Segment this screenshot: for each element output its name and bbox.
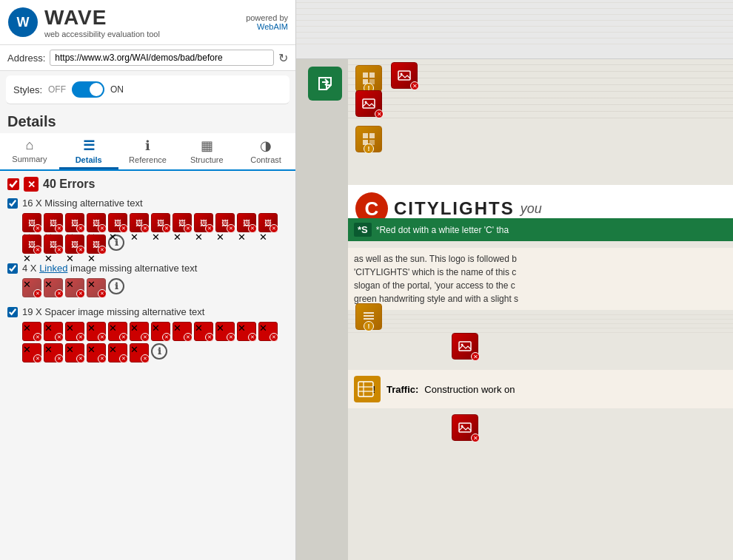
very-bottom-close-dot: ✕ — [471, 434, 480, 442]
spacer-missing-alt-icon[interactable]: ✕ — [151, 322, 170, 341]
toggle-on-label: ON — [110, 84, 124, 95]
spacer-missing-alt-icon[interactable]: ✕ — [194, 322, 213, 341]
missing-alt-icon[interactable]: 🖼✕ — [173, 213, 192, 232]
citylights-name: CITYLIGHTS — [394, 198, 515, 219]
tab-contrast[interactable]: ◑ Contrast — [236, 133, 295, 169]
list-warn-dot: ! — [364, 321, 374, 331]
spacer-missing-alt-icon[interactable]: ✕ — [44, 343, 63, 362]
list-warning-icon[interactable]: ! — [355, 303, 382, 330]
traffic-icon-box: ! — [354, 376, 381, 402]
spacer-missing-alt-info-icon[interactable]: ℹ — [151, 343, 167, 360]
missing-alt-icon[interactable]: 🖼✕ — [65, 235, 84, 254]
missing-alt-icon[interactable]: 🖼✕ — [44, 213, 63, 232]
errors-checkbox[interactable] — [7, 178, 19, 190]
traffic-text: Construction work on — [424, 384, 515, 395]
spacer-missing-alt-icon[interactable]: ✕ — [108, 322, 127, 341]
spacer-missing-alt-icon[interactable]: ✕ — [215, 322, 235, 341]
bottom-red-error-icon: ✕ — [452, 333, 478, 360]
linked-missing-alt-icon[interactable]: ✕ — [44, 278, 63, 297]
linked-missing-alt-section: 4 X Linked image missing alternative tex… — [7, 263, 288, 297]
spacer-missing-alt-checkbox[interactable] — [7, 307, 18, 317]
spacer-missing-alt-icon[interactable]: ✕ — [130, 322, 149, 341]
green-tooltip: *S *Red dot with a white letter 'C' tha — [348, 218, 733, 241]
webaim-link[interactable]: WebAIM — [257, 22, 288, 31]
svg-rect-15 — [364, 315, 374, 317]
spacer-missing-alt-icon[interactable]: ✕ — [258, 322, 278, 341]
linked-missing-alt-icon[interactable]: ✕ — [65, 278, 84, 297]
linked-missing-alt-header: 4 X Linked image missing alternative tex… — [7, 263, 288, 274]
tab-details[interactable]: ☰ Details — [59, 133, 118, 169]
spacer-missing-alt-section: 19 X Spacer image missing alternative te… — [7, 306, 288, 362]
orange-warning-icon-2[interactable]: ! — [355, 126, 382, 152]
missing-alt-icon[interactable]: 🖼✕ — [44, 235, 63, 254]
svg-rect-17 — [459, 342, 471, 351]
horizontal-lines-top — [296, 0, 733, 44]
missing-alt-icon[interactable]: 🖼✕ — [22, 213, 41, 232]
svg-text:W: W — [17, 15, 30, 30]
svg-rect-6 — [398, 71, 410, 80]
image-error-icon-2 — [362, 97, 375, 110]
linked-missing-alt-icon[interactable]: ✕ — [87, 278, 106, 297]
missing-alt-icon[interactable]: 🖼✕ — [65, 213, 84, 232]
close-dot: ✕ — [410, 81, 419, 90]
very-bottom-image-error-icon — [458, 421, 472, 434]
tab-reference[interactable]: ℹ Reference — [118, 133, 178, 169]
spacer-missing-alt-icon[interactable]: ✕ — [237, 322, 256, 341]
svg-rect-11 — [369, 133, 375, 138]
spacer-missing-alt-icon[interactable]: ✕ — [22, 343, 41, 362]
spacer-missing-alt-icons: ✕ ✕ ✕ ✕ ✕ ✕ ✕ ✕ ✕ ✕ ✕ ✕ ✕ ✕ ✕ ✕ ✕ ✕ ℹ — [7, 322, 288, 362]
export-button[interactable] — [308, 67, 342, 101]
tab-summary-label: Summary — [12, 155, 47, 163]
spacer-missing-alt-icon[interactable]: ✕ — [22, 322, 41, 341]
spacer-missing-alt-header: 19 X Spacer image missing alternative te… — [7, 306, 288, 317]
tab-structure-label: Structure — [190, 155, 224, 164]
missing-alt-header: 16 X Missing alternative text — [7, 198, 288, 209]
missing-alt-icon[interactable]: 🖼✕ — [237, 213, 256, 232]
missing-alt-icon[interactable]: 🖼✕ — [87, 235, 106, 254]
missing-alt-icon[interactable]: 🖼✕ — [215, 213, 235, 232]
missing-alt-checkbox[interactable] — [7, 198, 18, 209]
description-text-area: as well as the sun. This logo is followe… — [348, 248, 733, 310]
missing-alt-icon[interactable]: 🖼✕ — [22, 235, 41, 254]
desc-line-3: slogan of the portal, 'your access to th… — [354, 279, 727, 292]
linked-missing-alt-info-icon[interactable]: ℹ — [108, 278, 124, 294]
spacer-missing-alt-icon[interactable]: ✕ — [65, 343, 84, 362]
desc-line-4: green handwriting style and with a sligh… — [354, 292, 727, 306]
linked-missing-alt-icon[interactable]: ✕ — [22, 278, 41, 297]
missing-alt-title: 16 X Missing alternative text — [22, 198, 143, 209]
svg-rect-10 — [363, 133, 368, 138]
spacer-missing-alt-icon[interactable]: ✕ — [108, 343, 127, 362]
missing-alt-icon[interactable]: 🖼✕ — [108, 213, 127, 232]
spacer-missing-alt-icon[interactable]: ✕ — [87, 322, 106, 341]
tab-summary[interactable]: ⌂ Summary — [0, 133, 59, 169]
spacer-missing-alt-icon[interactable]: ✕ — [173, 322, 192, 341]
red-error-icon-1[interactable]: ✕ — [391, 62, 418, 89]
spacer-missing-alt-icon[interactable]: ✕ — [65, 322, 84, 341]
wave-logo-icon: W — [7, 7, 39, 38]
bottom-image-error-icon — [458, 340, 472, 353]
bottom-warning-icon: ! — [355, 303, 382, 330]
bottom-error-icon[interactable]: ✕ — [452, 333, 478, 360]
red-error-icon-2[interactable]: ✕ — [355, 90, 382, 117]
linked-missing-alt-checkbox[interactable] — [7, 263, 18, 274]
very-bottom-error-icon[interactable]: ✕ — [452, 414, 478, 441]
traffic-warn-dot: ! — [372, 384, 375, 395]
spacer-missing-alt-icon[interactable]: ✕ — [44, 322, 63, 341]
orange-warning-icon-1[interactable]: ! — [355, 65, 382, 92]
header: W WAVE web accessibility evaluation tool… — [0, 0, 295, 45]
missing-alt-icon[interactable]: 🖼✕ — [194, 213, 213, 232]
refresh-button[interactable]: ↻ — [278, 51, 288, 65]
missing-alt-icon[interactable]: 🖼✕ — [151, 213, 170, 232]
styles-toggle[interactable] — [72, 81, 104, 98]
missing-alt-icon[interactable]: 🖼✕ — [130, 213, 149, 232]
address-input[interactable] — [50, 50, 274, 66]
missing-alt-icon[interactable]: 🖼✕ — [87, 213, 106, 232]
spacer-missing-alt-icon[interactable]: ✕ — [87, 343, 106, 362]
styles-bar: Styles: OFF ON — [6, 75, 289, 104]
missing-alt-icon[interactable]: 🖼✕ — [258, 213, 278, 232]
svg-rect-2 — [363, 72, 368, 78]
traffic-label: Traffic: — [386, 384, 418, 395]
spacer-missing-alt-icon[interactable]: ✕ — [130, 343, 149, 362]
right-top-area — [296, 0, 733, 59]
tab-structure[interactable]: ▦ Structure — [177, 133, 236, 169]
